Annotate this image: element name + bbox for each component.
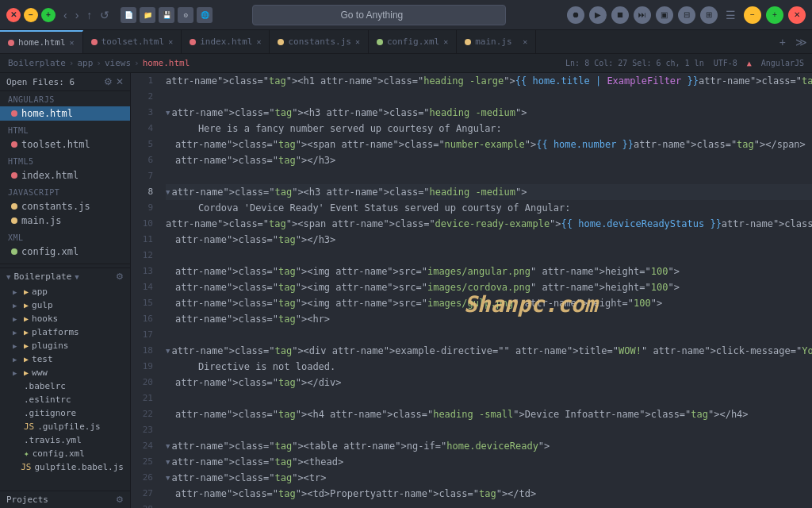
record-button[interactable]: ⏺: [567, 6, 584, 24]
up-button[interactable]: ↑: [83, 7, 95, 23]
code-line-28[interactable]: [166, 502, 812, 508]
step-button[interactable]: ⏭: [634, 6, 651, 24]
code-line-12[interactable]: [166, 248, 812, 264]
tree-item-gulpfile-babel-js[interactable]: JS gulpfile.babel.js: [0, 460, 130, 474]
fold-arrow[interactable]: ▼: [166, 438, 170, 454]
code-line-4[interactable]: Here is a fancy number served up courtes…: [166, 121, 812, 137]
fold-arrow[interactable]: ▼: [166, 105, 170, 121]
tab-constants-js[interactable]: constants.js ✕: [270, 30, 369, 53]
tab-close-icon[interactable]: ✕: [523, 37, 527, 46]
tools-icon[interactable]: ⚙: [178, 7, 193, 23]
code-line-27[interactable]: attr-name">class="tag"><td>Propertyattr-…: [166, 486, 812, 502]
tab-close-icon[interactable]: ✕: [70, 38, 75, 47]
back-button[interactable]: ‹: [60, 7, 71, 23]
tab-close-icon[interactable]: ✕: [168, 37, 173, 46]
tree-item-test[interactable]: ▶ ▶ test: [0, 352, 130, 366]
code-line-7[interactable]: [166, 168, 812, 184]
code-line-3[interactable]: ▼attr-name">class="tag"><h3 attr-name">c…: [166, 105, 812, 121]
code-line-26[interactable]: ▼ attr-name">class="tag"><tr>: [166, 470, 812, 486]
sidebar-item-main-js[interactable]: main.js: [0, 214, 130, 228]
code-line-5[interactable]: attr-name">class="tag"><span attr-name">…: [166, 137, 812, 152]
tree-item-gulp[interactable]: ▶ ▶ gulp: [0, 298, 130, 312]
code-content[interactable]: attr-name">class="tag"><h1 attr-name">cl…: [159, 73, 812, 508]
layout3-button[interactable]: ⊞: [700, 6, 718, 24]
tree-item-eslintrc[interactable]: .eslintrc: [0, 393, 130, 406]
tab-close-icon[interactable]: ✕: [256, 37, 261, 46]
code-line-13[interactable]: attr-name">class="tag"><img attr-name">s…: [166, 264, 812, 279]
code-line-17[interactable]: [166, 327, 812, 343]
tab-toolset-html[interactable]: toolset.html ✕: [83, 30, 182, 53]
breadcrumb-home-html[interactable]: home.html: [143, 58, 190, 68]
tree-item-www[interactable]: ▶ ▶ www: [0, 366, 130, 379]
minimize-window-button[interactable]: −: [24, 8, 38, 22]
fullscreen-button[interactable]: +: [766, 6, 783, 24]
close-button[interactable]: ✕: [788, 6, 806, 24]
breadcrumb-views[interactable]: views: [105, 58, 131, 68]
code-line-6[interactable]: attr-name">class="tag"></h3>: [166, 152, 812, 168]
projects-settings-icon[interactable]: ⚙: [116, 495, 124, 505]
tab-home-html[interactable]: home.html ✕: [0, 30, 83, 53]
search-bar[interactable]: [252, 5, 506, 25]
code-line-15[interactable]: attr-name">class="tag"><img attr-name">s…: [166, 295, 812, 311]
project-settings-icon[interactable]: ⚙: [116, 271, 124, 282]
code-line-18[interactable]: ▼attr-name">class="tag"><div attr-name">…: [166, 343, 812, 359]
fold-arrow[interactable]: ▼: [166, 454, 170, 470]
sidebar-item-home-html[interactable]: home.html: [0, 106, 130, 121]
globe-icon[interactable]: 🌐: [197, 7, 213, 23]
sidebar-close-icon[interactable]: ✕: [116, 76, 124, 87]
code-line-10[interactable]: attr-name">class="tag"><span attr-name">…: [166, 216, 812, 232]
tree-item-hooks[interactable]: ▶ ▶ hooks: [0, 312, 130, 325]
code-line-22[interactable]: attr-name">class="tag"><h4 attr-name">cl…: [166, 406, 812, 422]
code-line-25[interactable]: ▼ attr-name">class="tag"><thead>: [166, 454, 812, 470]
tree-item-plugins[interactable]: ▶ ▶ plugins: [0, 339, 130, 352]
code-line-21[interactable]: [166, 391, 812, 406]
code-line-23[interactable]: [166, 422, 812, 438]
layout2-button[interactable]: ⊟: [678, 6, 695, 24]
tab-config-xml[interactable]: config.xml ✕: [369, 30, 457, 53]
code-line-11[interactable]: attr-name">class="tag"></h3>: [166, 232, 812, 248]
code-line-9[interactable]: Cordova 'Device Ready' Event Status serv…: [166, 200, 812, 216]
code-line-20[interactable]: attr-name">class="tag"></div>: [166, 375, 812, 391]
code-line-24[interactable]: ▼attr-name">class="tag"><table attr-name…: [166, 438, 812, 454]
forward-button[interactable]: ›: [72, 7, 82, 23]
fold-arrow[interactable]: ▼: [166, 184, 170, 200]
code-line-14[interactable]: attr-name">class="tag"><img attr-name">s…: [166, 279, 812, 295]
code-line-19[interactable]: Directive is not loaded.: [166, 359, 812, 375]
play-button[interactable]: ▶: [589, 6, 607, 24]
close-window-button[interactable]: ✕: [6, 8, 21, 22]
tree-item-gulpfile-js[interactable]: JS .gulpfile.js: [0, 420, 130, 433]
tree-item-config-xml[interactable]: ✦ config.xml: [0, 447, 130, 460]
tree-item-travis[interactable]: .travis.yml: [0, 433, 130, 447]
tab-close-icon[interactable]: ✕: [443, 37, 448, 46]
sidebar-item-index-html[interactable]: index.html: [0, 168, 130, 183]
refresh-button[interactable]: ↺: [97, 7, 113, 23]
breadcrumb-app[interactable]: app: [77, 58, 93, 68]
tree-item-gitignore[interactable]: .gitignore: [0, 406, 130, 420]
sidebar-item-constants-js[interactable]: constants.js: [0, 199, 130, 214]
code-line-2[interactable]: [166, 89, 812, 105]
tab-close-icon[interactable]: ✕: [355, 37, 360, 46]
fold-arrow[interactable]: ▼: [166, 470, 170, 486]
menu-button[interactable]: ☰: [722, 7, 739, 23]
sidebar-item-toolset-html[interactable]: toolset.html: [0, 137, 130, 152]
tab-index-html[interactable]: index.html ✕: [182, 30, 270, 53]
minimize-button[interactable]: −: [744, 6, 761, 24]
code-line-16[interactable]: attr-name">class="tag"><hr>: [166, 311, 812, 327]
layout1-button[interactable]: ▣: [656, 6, 673, 24]
fold-arrow[interactable]: ▼: [166, 343, 170, 359]
stop-button[interactable]: ⏹: [611, 6, 629, 24]
tree-item-platforms[interactable]: ▶ ▶ platforms: [0, 325, 130, 339]
sidebar-item-config-xml[interactable]: config.xml: [0, 244, 130, 259]
tree-item-babelrc[interactable]: .babelrc: [0, 379, 130, 393]
breadcrumb-boilerplate[interactable]: Boilerplate: [8, 58, 66, 68]
search-input[interactable]: [252, 5, 506, 25]
tab-list-button[interactable]: ≫: [791, 36, 812, 48]
save-icon[interactable]: 💾: [159, 7, 174, 23]
code-line-8[interactable]: ▼attr-name">class="tag"><h3 attr-name">c…: [166, 184, 812, 200]
tab-add-button[interactable]: +: [775, 36, 791, 48]
sidebar-settings-icon[interactable]: ⚙: [104, 76, 113, 87]
code-line-1[interactable]: attr-name">class="tag"><h1 attr-name">cl…: [166, 73, 812, 89]
open-folder-icon[interactable]: 📁: [140, 7, 155, 23]
tab-main-js[interactable]: main.js ✕: [457, 30, 536, 53]
tree-item-app[interactable]: ▶ ▶ app: [0, 285, 130, 298]
